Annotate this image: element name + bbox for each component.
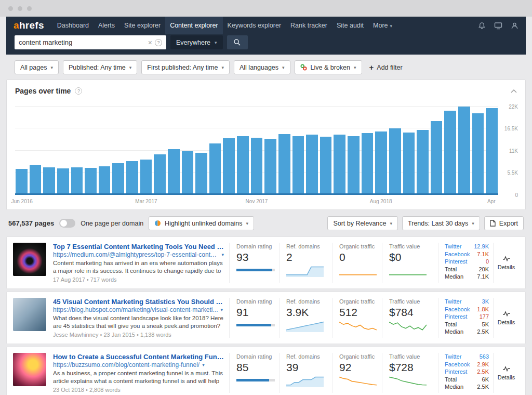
activity-icon	[502, 311, 511, 317]
pinterest-link[interactable]: Pinterest	[445, 258, 467, 266]
one-page-per-domain-toggle[interactable]	[59, 219, 75, 228]
twitter-count: 563	[480, 353, 489, 361]
organic-traffic-column: Organic traffic 512	[332, 298, 382, 338]
filter-languages[interactable]: All languages▾	[234, 60, 290, 74]
chart-x-labels: Jun 2016Mar 2017Nov 2017Aug 2018Apr	[15, 195, 498, 205]
metric-label: Ref. domains	[286, 353, 327, 360]
result-title-link[interactable]: 45 Visual Content Marketing Statistics Y…	[53, 298, 224, 306]
facebook-link[interactable]: Facebook	[445, 306, 470, 313]
filter-first-published[interactable]: First published: Any time▾	[141, 60, 230, 74]
user-icon[interactable]	[511, 22, 518, 30]
export-button[interactable]: Export	[484, 216, 524, 230]
details-button[interactable]: Details	[493, 353, 519, 393]
chevron-down-icon: ▾	[354, 65, 356, 70]
search-help-icon[interactable]: ?	[155, 39, 162, 46]
toggle-knob	[60, 220, 67, 227]
highlight-unlinked-domains-button[interactable]: Highlight unlinked domains▾	[149, 216, 254, 230]
result-meta: 17 Aug 2017 • 717 words	[53, 276, 224, 283]
chart-bar	[126, 161, 138, 193]
pages-over-time-card: Pages over time ? Jun 2016Mar 2017Nov 20…	[6, 80, 526, 210]
result-title-link[interactable]: How to Create a Successful Content Marke…	[53, 353, 224, 361]
filter-all-pages[interactable]: All pages▾	[15, 60, 59, 74]
filter-published[interactable]: Published: Any time▾	[63, 60, 137, 74]
chart-bar	[444, 111, 456, 193]
total-label: Total	[445, 266, 457, 273]
nav-item-more[interactable]: More▾	[368, 17, 397, 34]
facebook-link[interactable]: Facebook	[445, 251, 470, 258]
filter-bar: All pages▾ Published: Any time▾ First pu…	[6, 55, 526, 80]
search-scope-dropdown[interactable]: Everywhere▾	[170, 35, 223, 49]
window-dot[interactable]	[18, 6, 22, 11]
activity-icon	[502, 366, 511, 372]
nav-item-alerts[interactable]: Alerts	[94, 17, 119, 34]
nav-item-site-explorer[interactable]: Site explorer	[119, 17, 165, 34]
add-filter-button[interactable]: +Add filter	[369, 63, 403, 72]
window-dot[interactable]	[27, 6, 32, 11]
result-url-line: https://blog.hubspot.com/marketing/visua…	[53, 306, 224, 314]
facebook-link[interactable]: Facebook	[445, 361, 470, 368]
nav-item-rank-tracker[interactable]: Rank tracker	[286, 17, 332, 34]
organic-traffic-column: Organic traffic 0	[332, 243, 382, 283]
chart-bar	[458, 107, 470, 193]
bell-icon[interactable]	[478, 22, 486, 30]
social-row-total: Total20K	[445, 266, 489, 273]
url-caret-icon[interactable]: ▾	[202, 361, 205, 369]
median-count: 7.1K	[477, 273, 489, 281]
collapse-chart-icon[interactable]	[511, 89, 517, 93]
ahrefs-logo[interactable]: ahrefs	[14, 20, 44, 31]
result-url-line: https://buzzsumo.com/blog/content-market…	[53, 361, 224, 369]
results-toolbar: 567,537 pages One page per domain Highli…	[6, 210, 526, 236]
ref-domains-column: Ref. domains 39	[279, 353, 332, 393]
chart-bar	[278, 134, 290, 193]
filter-label: All languages	[240, 64, 278, 71]
result-url-link[interactable]: https://medium.com/@almightypress/top-7-…	[53, 251, 219, 259]
nav-item-dashboard[interactable]: Dashboard	[52, 17, 94, 34]
logo-a: a	[14, 20, 19, 31]
domain-rating-value: 91	[236, 306, 274, 319]
url-caret-icon[interactable]: ▾	[221, 251, 224, 259]
traffic-value-sparkline	[389, 321, 427, 332]
clear-search-icon[interactable]: ×	[145, 38, 155, 47]
sort-dropdown[interactable]: Sort by Relevance▾	[327, 216, 398, 230]
filter-live-broken[interactable]: Live & broken▾	[295, 60, 362, 74]
url-caret-icon[interactable]: ▾	[220, 306, 223, 314]
result-url-link[interactable]: https://buzzsumo.com/blog/content-market…	[53, 361, 200, 369]
nav-item-keywords-explorer[interactable]: Keywords explorer	[223, 17, 286, 34]
organic-traffic-sparkline	[339, 321, 377, 332]
details-button[interactable]: Details	[493, 298, 519, 338]
monitor-icon[interactable]	[494, 22, 502, 30]
search-icon	[233, 38, 241, 46]
result-url-link[interactable]: https://blog.hubspot.com/marketing/visua…	[53, 306, 218, 314]
chevron-down-icon: ▾	[472, 221, 474, 226]
pinterest-link[interactable]: Pinterest	[445, 368, 467, 376]
chart-bar	[99, 166, 111, 194]
nav-item-content-explorer[interactable]: Content explorer	[165, 17, 222, 34]
organic-traffic-value: 92	[339, 361, 377, 374]
search-input[interactable]	[19, 38, 145, 46]
traffic-value-sparkline	[389, 266, 427, 277]
social-row-pinterest: Pinterest0	[445, 258, 489, 266]
twitter-link[interactable]: Twitter	[445, 353, 461, 361]
ref-domains-value: 2	[286, 251, 327, 264]
ref-domains-sparkline	[286, 321, 324, 332]
pages-count: 567,537 pages	[8, 219, 54, 227]
more-label: More	[373, 22, 388, 29]
chart-bar	[251, 138, 263, 193]
twitter-link[interactable]: Twitter	[445, 243, 461, 251]
result-title-link[interactable]: Top 7 Essential Content Marketing Tools …	[53, 243, 224, 251]
window-dot[interactable]	[8, 6, 13, 11]
help-icon[interactable]: ?	[75, 87, 82, 95]
filter-label: First published: Any time	[147, 64, 218, 71]
search-button[interactable]	[227, 35, 248, 49]
nav-item-site-audit[interactable]: Site audit	[332, 17, 368, 34]
scope-label: Everywhere	[176, 39, 210, 46]
chart-bar	[57, 168, 69, 193]
nav-right-icons	[478, 22, 518, 30]
details-button[interactable]: Details	[493, 243, 519, 283]
trends-dropdown[interactable]: Trends: Last 30 days▾	[402, 216, 480, 230]
organic-traffic-value: 0	[339, 251, 377, 264]
domain-rating-column: Domain rating 91	[229, 298, 279, 338]
pinterest-link[interactable]: Pinterest	[445, 313, 467, 321]
twitter-link[interactable]: Twitter	[445, 298, 461, 306]
result-description: Content marketing has arrived in an era …	[53, 259, 224, 274]
